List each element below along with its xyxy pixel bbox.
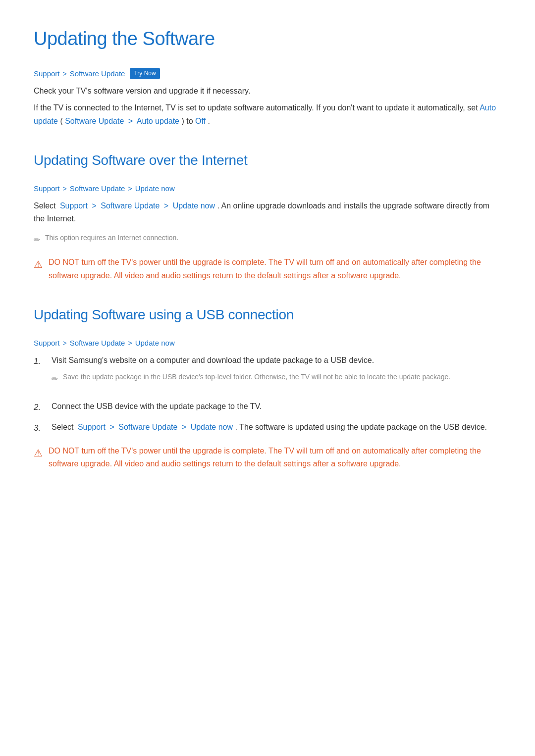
s1-sep2: >	[164, 202, 168, 210]
s1-bc-sep1: >	[63, 183, 67, 194]
section1-note: ✏ This option requires an Internet conne…	[34, 233, 501, 247]
try-now-badge[interactable]: Try Now	[130, 68, 160, 79]
step2-text: Connect the USB device with the update p…	[52, 402, 262, 410]
step-3: 3. Select Support > Software Update > Up…	[34, 421, 501, 435]
step-2: 2. Connect the USB device with the updat…	[34, 400, 501, 414]
step3-number: 3.	[34, 421, 44, 435]
step2-number: 2.	[34, 401, 44, 414]
section2-warning: ⚠ DO NOT turn off the TV's power until t…	[34, 445, 501, 471]
step3-update-now: Update now	[191, 423, 233, 431]
step-1: 1. Visit Samsung's website on a computer…	[34, 354, 501, 393]
section2-title: Updating Software using a USB connection	[34, 304, 501, 326]
section2-warning-text: DO NOT turn off the TV's power until the…	[49, 445, 501, 471]
step1-note-text: Save the update package in the USB devic…	[63, 372, 450, 383]
breadcrumb-support: Support	[34, 68, 60, 80]
intro-sep2: >	[128, 117, 133, 125]
step1-text: Visit Samsung's website on a computer an…	[52, 356, 374, 364]
s1-support: Support	[60, 202, 88, 210]
s1-update-now: Update now	[173, 202, 215, 210]
step3-software-update: Software Update	[118, 423, 177, 431]
s1-bc-sep2: >	[128, 183, 132, 194]
step3-text-part2: . The software is updated using the upda…	[235, 423, 487, 431]
section2-warning-icon: ⚠	[34, 445, 43, 461]
intro-breadcrumb: Support > Software Update Try Now	[34, 68, 501, 80]
step3-sep1: >	[109, 423, 114, 431]
s1-sep1: >	[92, 202, 96, 210]
s1-software-update: Software Update	[101, 202, 160, 210]
breadcrumb-sep1: >	[63, 68, 67, 79]
intro-off: Off	[195, 117, 206, 125]
intro-line2: If the TV is connected to the Internet, …	[34, 101, 501, 128]
section1-body: Select Support > Software Update > Updat…	[34, 200, 501, 226]
s1-bc-update-now: Update now	[135, 183, 175, 195]
step1-content: Visit Samsung's website on a computer an…	[52, 354, 450, 393]
intro-period: .	[208, 117, 210, 125]
s1-bc-software-update: Software Update	[70, 183, 125, 195]
breadcrumb-software-update: Software Update	[70, 68, 125, 80]
intro-software-update2: Software Update	[65, 117, 124, 125]
s1-body-part1: Select	[34, 202, 55, 210]
intro-paren-close: ) to	[181, 117, 193, 125]
section1-note-text: This option requires an Internet connect…	[45, 233, 178, 244]
step1-note: ✏ Save the update package in the USB dev…	[52, 372, 450, 386]
s2-bc-software-update: Software Update	[70, 337, 125, 349]
warning-icon: ⚠	[34, 256, 43, 272]
section2-breadcrumb: Support > Software Update > Update now	[34, 337, 501, 349]
step3-sep2: >	[182, 423, 186, 431]
s1-bc-support: Support	[34, 183, 60, 195]
section1-title: Updating Software over the Internet	[34, 150, 501, 172]
intro-line2-part1: If the TV is connected to the Internet, …	[34, 103, 478, 112]
section1-warning-text: DO NOT turn off the TV's power until the…	[49, 256, 501, 282]
step1-number: 1.	[34, 354, 44, 368]
s2-bc-sep1: >	[63, 338, 67, 349]
step3-content: Select Support > Software Update > Updat…	[52, 421, 487, 434]
step2-content: Connect the USB device with the update p…	[52, 400, 262, 413]
section1-warning: ⚠ DO NOT turn off the TV's power until t…	[34, 256, 501, 282]
page-title: Updating the Software	[34, 24, 501, 54]
step3-text-part1: Select	[52, 423, 73, 431]
s2-bc-support: Support	[34, 337, 60, 349]
s2-bc-sep2: >	[128, 338, 132, 349]
section2-steps: 1. Visit Samsung's website on a computer…	[34, 354, 501, 435]
step1-pencil-icon: ✏	[52, 373, 58, 386]
s2-bc-update-now: Update now	[135, 337, 175, 349]
step3-support: Support	[78, 423, 106, 431]
intro-paren-open: (	[60, 117, 62, 125]
pencil-icon: ✏	[34, 234, 40, 247]
intro-line1: Check your TV's software version and upg…	[34, 85, 501, 98]
intro-auto-update2: Auto update	[137, 117, 179, 125]
section1-breadcrumb: Support > Software Update > Update now	[34, 183, 501, 195]
